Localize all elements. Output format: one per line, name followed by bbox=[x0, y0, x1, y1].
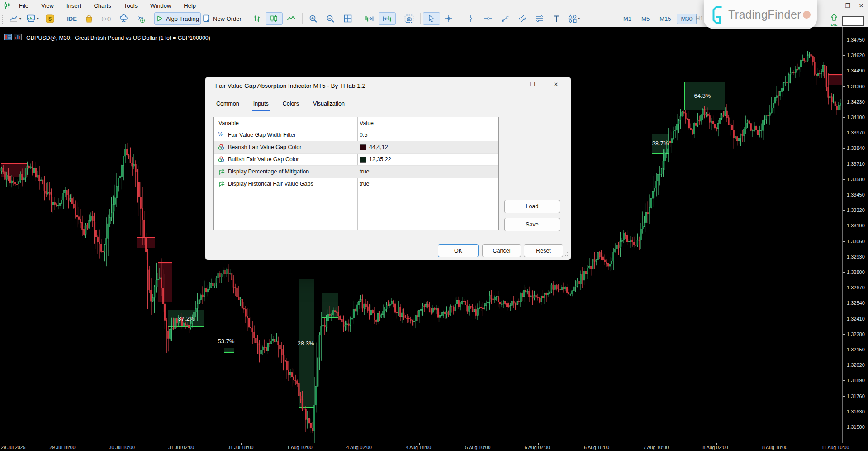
ok-button[interactable]: OK bbox=[438, 244, 479, 257]
auto-scroll-button[interactable] bbox=[379, 12, 396, 25]
minimize-icon[interactable]: — bbox=[830, 2, 838, 9]
reset-button[interactable]: Reset bbox=[524, 244, 563, 257]
toolbar-drag-handle[interactable] bbox=[2, 14, 5, 24]
dialog-minimize-icon[interactable]: – bbox=[506, 81, 512, 88]
profiles-icon bbox=[26, 14, 36, 23]
candle bbox=[1, 168, 2, 171]
candle bbox=[549, 292, 550, 294]
channel-button[interactable] bbox=[514, 12, 531, 25]
metaeditor-button[interactable]: IDE bbox=[63, 12, 81, 25]
variable-value[interactable]: 12,35,22 bbox=[360, 156, 391, 163]
variable-value[interactable]: 44,4,12 bbox=[360, 144, 388, 150]
crosshair-button[interactable] bbox=[440, 12, 457, 25]
chevron-down-icon[interactable]: ▾ bbox=[37, 16, 39, 21]
time-label: 8 Aug 02:00 bbox=[703, 445, 728, 450]
price-tick bbox=[843, 334, 845, 335]
candle bbox=[766, 115, 767, 120]
dialog-close-icon[interactable]: ✕ bbox=[553, 81, 559, 88]
load-button[interactable]: Load bbox=[504, 200, 560, 213]
price-axis[interactable]: 1.347501.346201.344901.343601.342301.341… bbox=[842, 27, 868, 443]
timeframe-h1-partially-hidden[interactable]: H1 bbox=[696, 15, 703, 22]
candle bbox=[6, 175, 7, 179]
candle bbox=[89, 221, 90, 228]
dialog-resize-grip[interactable] bbox=[563, 250, 569, 259]
menu-charts[interactable]: Charts bbox=[87, 1, 117, 10]
candle bbox=[288, 370, 289, 375]
menu-help[interactable]: Help bbox=[177, 1, 202, 10]
timeframe-m5[interactable]: M5 bbox=[637, 14, 654, 24]
screenshot-button[interactable] bbox=[401, 12, 418, 25]
cancel-button[interactable]: Cancel bbox=[482, 244, 521, 257]
candle bbox=[20, 174, 21, 181]
tab-inputs[interactable]: Inputs bbox=[252, 99, 270, 111]
price-tick bbox=[843, 412, 845, 412]
table-row[interactable]: Display Percentage of Mitigationtrue bbox=[214, 166, 498, 178]
horizontal-line-button[interactable] bbox=[479, 12, 497, 25]
candle bbox=[327, 314, 329, 320]
broadcast-button[interactable] bbox=[132, 12, 149, 25]
chevron-down-icon[interactable]: ▾ bbox=[19, 16, 22, 21]
menu-view[interactable]: View bbox=[35, 1, 60, 10]
table-row[interactable]: ½Fair Value Gap Width Filter0.5 bbox=[214, 129, 498, 141]
zoom-out-button[interactable] bbox=[322, 12, 339, 25]
tab-colors[interactable]: Colors bbox=[282, 99, 300, 111]
time-axis[interactable]: 29 Jul 202529 Jul 18:0030 Jul 10:0031 Ju… bbox=[0, 443, 868, 451]
inputs-table[interactable]: Variable Value ½Fair Value Gap Width Fil… bbox=[213, 117, 499, 230]
signals-button[interactable]: ((o)) bbox=[98, 12, 115, 25]
candle bbox=[353, 309, 355, 318]
timeframe-m30[interactable]: M30 bbox=[677, 14, 696, 24]
text-tool-button[interactable] bbox=[548, 12, 565, 25]
algo-trading-button[interactable]: Algo Trading bbox=[154, 12, 201, 25]
table-row[interactable]: Display Historical Fair Value Gapstrue bbox=[214, 178, 498, 190]
variable-value[interactable]: 0.5 bbox=[360, 132, 367, 138]
price-tick bbox=[843, 427, 845, 427]
dialog-maximize-icon[interactable]: ❐ bbox=[529, 81, 536, 88]
timeframe-m15[interactable]: M15 bbox=[655, 14, 675, 24]
candle bbox=[140, 197, 142, 209]
candle bbox=[752, 130, 754, 131]
tab-common[interactable]: Common bbox=[215, 99, 240, 111]
candle bbox=[83, 230, 85, 235]
timeframe-m1[interactable]: M1 bbox=[619, 14, 636, 24]
candle bbox=[398, 307, 399, 313]
chart-window-icon bbox=[14, 34, 22, 42]
variable-value[interactable]: true bbox=[360, 168, 370, 175]
trendline-button[interactable] bbox=[497, 12, 514, 25]
tab-visualization[interactable]: Visualization bbox=[312, 99, 346, 111]
restore-icon[interactable]: ❐ bbox=[844, 2, 852, 9]
table-row[interactable]: Bullish Fair Value Gap Color12,35,22 bbox=[214, 154, 498, 166]
shift-end-button[interactable] bbox=[361, 12, 379, 25]
menu-window[interactable]: Window bbox=[144, 1, 177, 10]
vertical-line-button[interactable] bbox=[462, 12, 479, 25]
candle bbox=[168, 331, 169, 339]
save-button[interactable]: Save bbox=[504, 218, 560, 231]
candle bbox=[13, 181, 14, 182]
menu-tools[interactable]: Tools bbox=[118, 1, 144, 10]
market-watch-button[interactable]: $ bbox=[41, 12, 58, 25]
new-chart-button[interactable]: ▾ bbox=[7, 12, 24, 25]
shapes-button[interactable]: ▾ bbox=[565, 12, 583, 25]
time-label: 6 Aug 18:00 bbox=[584, 445, 609, 450]
menu-insert[interactable]: Insert bbox=[60, 1, 88, 10]
candle bbox=[630, 240, 631, 241]
fibonacci-button[interactable] bbox=[531, 12, 548, 25]
candles-button[interactable] bbox=[266, 12, 283, 25]
new-order-button[interactable]: New Order bbox=[201, 12, 243, 25]
cursor-button[interactable] bbox=[423, 12, 440, 25]
tile-windows-button[interactable] bbox=[339, 12, 356, 25]
table-row[interactable]: Bearish Fair Value Gap Color44,4,12 bbox=[214, 141, 498, 154]
line-chart-button[interactable] bbox=[283, 12, 300, 25]
market-button[interactable] bbox=[81, 12, 98, 25]
close-icon[interactable]: ✕ bbox=[857, 2, 865, 9]
bars-button[interactable] bbox=[248, 12, 266, 25]
chevron-down-icon[interactable]: ▾ bbox=[578, 16, 580, 21]
level-up-icon: LVL bbox=[829, 14, 839, 26]
vps-button[interactable] bbox=[115, 12, 132, 25]
chart-profiles-button[interactable]: ▾ bbox=[24, 12, 41, 25]
candle bbox=[228, 269, 229, 274]
menu-file[interactable]: File bbox=[13, 1, 35, 10]
variable-value[interactable]: true bbox=[360, 181, 370, 187]
zoom-in-button[interactable] bbox=[305, 12, 322, 25]
market-watch-window-icon bbox=[4, 34, 12, 42]
candle bbox=[522, 293, 523, 296]
